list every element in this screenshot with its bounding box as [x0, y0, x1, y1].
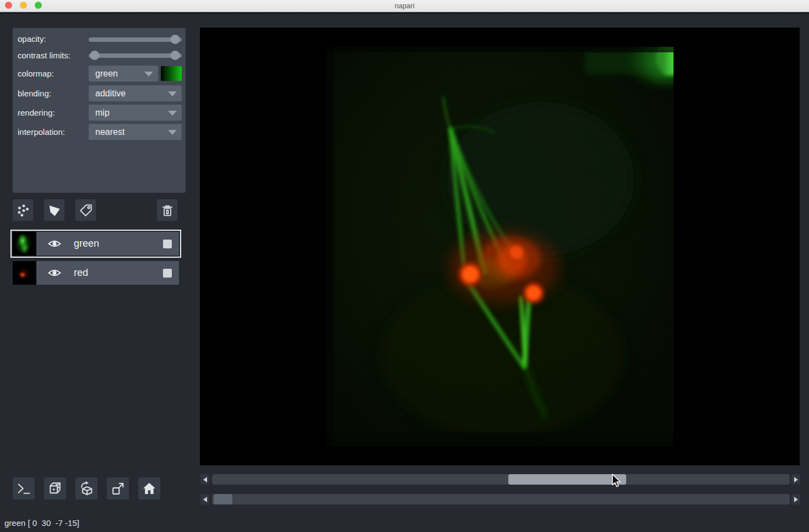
colormap-dropdown[interactable]: green: [89, 66, 158, 82]
triangle-right-icon: [794, 477, 798, 482]
contrast-limits-label: contrast limits:: [18, 51, 70, 60]
titlebar: napari: [0, 0, 809, 12]
polygon-shape-icon: [47, 203, 62, 218]
status-coordinates: green [ 0 30 -7 -15]: [4, 518, 79, 528]
step-right-button[interactable]: [791, 494, 800, 504]
fluorescence-volume-image: [326, 47, 674, 446]
layer-controls-panel: opacity: contrast limits: colormap: gree…: [13, 28, 186, 193]
console-button[interactable]: [13, 477, 35, 500]
triangle-right-icon: [794, 497, 798, 502]
home-icon: [142, 481, 157, 496]
contrast-limits-rail: [89, 53, 182, 58]
roll-dimensions-button[interactable]: [75, 477, 97, 500]
triangle-left-icon: [203, 497, 207, 502]
layer-thumbnail-red: [13, 261, 36, 285]
rendering-dropdown[interactable]: mip: [89, 105, 182, 121]
trash-icon: [160, 203, 175, 218]
blending-dropdown[interactable]: additive: [89, 85, 182, 101]
new-labels-layer-button[interactable]: [75, 199, 96, 221]
cube-dice-icon: [47, 481, 63, 496]
new-points-layer-button[interactable]: [13, 199, 33, 221]
opacity-slider-rail: [89, 37, 182, 42]
napari-window: napari opacity: contrast limits: colorma…: [0, 0, 809, 532]
blending-value: additive: [95, 89, 126, 98]
visibility-eye-icon[interactable]: [48, 240, 61, 248]
interpolation-value: nearest: [95, 127, 124, 137]
axis-1-slider-handle[interactable]: [214, 494, 232, 504]
opacity-slider[interactable]: [89, 35, 182, 44]
terminal-prompt-icon: [16, 481, 31, 496]
tag-icon: [79, 203, 93, 218]
triangle-left-icon: [203, 477, 207, 482]
viewer-canvas[interactable]: [200, 28, 800, 465]
visibility-eye-icon[interactable]: [48, 269, 61, 277]
contrast-limits-slider[interactable]: [89, 51, 182, 60]
axis-0-slider-track[interactable]: [212, 474, 790, 485]
home-button[interactable]: [138, 477, 160, 500]
axis-1-slider-track[interactable]: [212, 494, 790, 504]
cube-roll-arrow-icon: [79, 481, 94, 496]
rendering-value: mip: [95, 108, 110, 117]
layer-name: green: [74, 238, 99, 249]
layer-name: red: [74, 267, 88, 279]
chevron-down-icon: [168, 91, 177, 96]
opacity-slider-handle[interactable]: [171, 35, 180, 44]
layer-thumbnail-green: [13, 232, 36, 256]
points-scatter-icon: [16, 203, 30, 218]
step-left-button[interactable]: [200, 494, 209, 504]
colormap-swatch: [161, 66, 182, 81]
titlebar-seam: [0, 13, 809, 14]
layer-checkbox[interactable]: [163, 269, 172, 278]
step-left-button[interactable]: [200, 474, 209, 485]
rendering-label: rendering:: [18, 108, 55, 117]
colormap-label: colormap:: [18, 69, 54, 78]
colormap-value: green: [95, 69, 118, 78]
chevron-down-icon: [144, 72, 153, 77]
layer-row-red[interactable]: red: [13, 261, 179, 285]
step-right-button[interactable]: [791, 474, 800, 485]
new-shapes-layer-button[interactable]: [44, 199, 64, 221]
blending-label: blending:: [18, 89, 51, 98]
contrast-high-handle[interactable]: [171, 51, 180, 60]
opacity-label: opacity:: [18, 34, 46, 44]
delete-layer-button[interactable]: [157, 199, 177, 221]
chevron-down-icon: [168, 111, 177, 116]
ndisplay-toggle-button[interactable]: [44, 477, 66, 500]
interpolation-label: interpolation:: [18, 127, 65, 137]
mouse-cursor: [609, 473, 622, 488]
contrast-low-handle[interactable]: [90, 51, 99, 60]
layer-row-green[interactable]: green: [13, 232, 179, 256]
interpolation-dropdown[interactable]: nearest: [89, 124, 182, 140]
axis-0-slider-handle[interactable]: [508, 474, 626, 485]
chevron-down-icon: [168, 130, 177, 135]
window-title: napari: [0, 0, 809, 12]
transpose-dimensions-button[interactable]: [107, 477, 129, 500]
square-arrow-up-right-icon: [110, 481, 126, 496]
layer-checkbox[interactable]: [163, 240, 172, 248]
